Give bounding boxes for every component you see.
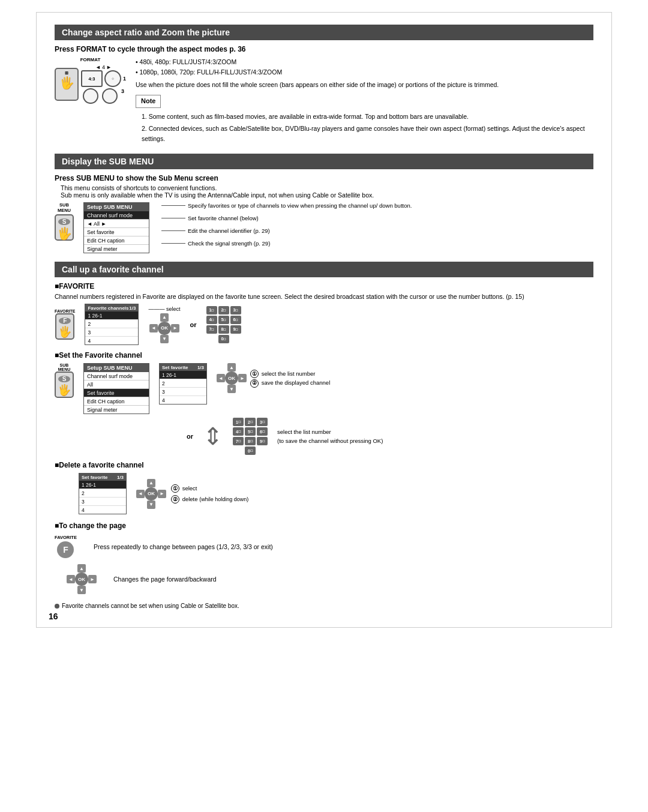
- sub-menu-desc2: Sub menu is only available when the TV i…: [61, 191, 593, 199]
- or-num-9: 9☐: [257, 437, 268, 445]
- change-page-f-badge: F: [57, 541, 74, 558]
- favorite-desc: Channel numbers registered in Favorite a…: [55, 293, 593, 300]
- aspect-bullet2: • 1080p, 1080i, 720p: FULL/H-FILL/JUST/4…: [136, 67, 593, 77]
- del-fav-list-box: Set favorite 1/3 1 26-1 2 3 4: [79, 473, 127, 514]
- set-favorite-subsection: ■Set the Favorite channel SUB MENU S 🖐 S…: [55, 351, 593, 455]
- sub-menu-item-4: Signal meter: [84, 245, 149, 253]
- del-step1: ① select: [171, 483, 248, 494]
- sub-menu-section: Display the SUB MENU Press SUB MENU to s…: [55, 154, 593, 253]
- set-fav-hand: 🖐: [58, 383, 71, 397]
- fav-item-2: 3: [85, 328, 138, 337]
- sub-remote-area: SUB MENU S 🖐: [55, 202, 74, 241]
- sub-menu-title: Setup SUB MENU: [84, 203, 149, 211]
- num-8: 8☐: [218, 325, 229, 334]
- footer-text: Favorite channels cannot be set when usi…: [62, 603, 239, 609]
- sub-desc-lines: Specify favorites or type of channels to…: [161, 202, 593, 247]
- fav-item-1: 2: [85, 320, 138, 328]
- desc-text-0: Specify favorites or type of channels to…: [188, 202, 412, 209]
- fav-ok-cross: ▲ ▼ ◄ ► OK: [149, 313, 179, 343]
- del-fav-item-1: 2: [79, 489, 126, 498]
- screens-row2: 3: [83, 88, 124, 104]
- screen-circle3: [102, 88, 118, 104]
- fav-remote-area: FAVORITE F 🖐: [55, 309, 75, 340]
- or-row1: 1☐ 2☐ 3☐: [233, 418, 268, 426]
- change-page-desc1: Press repeatedly to change between pages…: [94, 543, 593, 550]
- cp-ok-center: OK: [75, 573, 88, 586]
- del-fav-page: 1/3: [117, 475, 124, 480]
- num-6: 6☐: [230, 316, 241, 324]
- aspect-bullet1: • 480i, 480p: FULL/JUST/4:3/ZOOM: [136, 57, 593, 67]
- format-remote-icon: ⊞ 🖐: [55, 68, 79, 101]
- change-page-row1: FAVORITE F Press repeatedly to change be…: [55, 535, 593, 558]
- or-row3: 7☐ 8☐ 9☐: [233, 437, 268, 445]
- note-area: Note 1. Some content, such as film-based…: [136, 92, 593, 143]
- set-fav-menu-2: Set favorite: [84, 389, 149, 397]
- fav-channels-box: Favorite channels 1/3 1 26-1 2 3 4: [85, 304, 139, 345]
- sub-menu-item-2: Set favorite: [84, 228, 149, 236]
- sub-desc-3: Check the signal strength (p. 29): [161, 240, 593, 247]
- updown-icon: ⇕: [203, 424, 223, 448]
- num-5: 5☐: [218, 316, 229, 324]
- fav-or-label: or: [190, 321, 197, 328]
- set-fav-ok-right: ►: [238, 374, 247, 382]
- set-fav-or-row: or ⇕ 1☐ 2☐ 3☐ 4☐ 5☐ 6☐ 7: [187, 418, 593, 455]
- del-step2-note: (while holding down): [199, 496, 248, 502]
- format-arrow-row: ⊞ 🖐 ◄ 4 ► 4:3: [55, 64, 126, 104]
- set-fav-item-2: 3: [160, 388, 206, 396]
- set-fav-item-3: 4: [160, 396, 206, 404]
- screen-o1: ○: [112, 77, 114, 80]
- num-7: 7☐: [206, 325, 217, 334]
- or-select-text: select the list number (to save the chan…: [277, 427, 383, 445]
- desc-text-2: Edit the channel identifier (p. 29): [188, 227, 270, 234]
- set-fav-btn: S: [58, 376, 70, 382]
- or-save-channel: (to save the channel without pressing OK…: [277, 436, 383, 445]
- fav-ok-area: ——— select ▲ ▼ ◄ ► OK: [148, 306, 180, 343]
- delete-fav-label: ■Delete a favorite channel: [55, 461, 593, 469]
- or-num-0: 0☐: [245, 447, 256, 455]
- screens-row: 4:3 ○ 1: [81, 70, 126, 87]
- sub-remote-label: SUB MENU: [58, 202, 71, 213]
- set-fav-diagram: SUB MENU S 🖐 Setup SUB MENU Channel surf…: [55, 363, 593, 414]
- num-4: 4☐: [206, 316, 217, 324]
- fav-hand-icon: 🖐: [58, 325, 71, 338]
- del-fav-item-3: 4: [79, 506, 126, 514]
- del-fav-ok-row: ▲ ▼ ◄ ► OK ① select ② delete: [136, 479, 248, 509]
- footer-note: Favorite channels cannot be set when usi…: [55, 603, 593, 609]
- updown-area: ⇕: [203, 424, 223, 448]
- num-0: 0☐: [218, 335, 229, 343]
- fav-title: Favorite channels: [88, 305, 128, 311]
- del-fav-ok: ▲ ▼ ◄ ► OK: [136, 479, 166, 509]
- or-num-4: 4☐: [233, 427, 244, 436]
- del-ok-right: ►: [158, 490, 166, 498]
- aspect-subsection-title: Press FORMAT to cycle through the aspect…: [55, 45, 593, 53]
- set-fav-or: or: [187, 433, 193, 440]
- set-fav-menu-title: Setup SUB MENU: [84, 364, 149, 372]
- set-fav-ok-center: OK: [225, 371, 238, 385]
- favorite-section: Call up a favorite channel ■FAVORITE Cha…: [55, 262, 593, 594]
- sub-menu-item-0: Channel surf mode: [84, 211, 149, 220]
- num-1: 1☐: [206, 306, 217, 314]
- fav-page: 1/3: [129, 305, 136, 311]
- num-9: 9☐: [230, 325, 241, 334]
- del-fav-item-0: 1 26-1: [79, 481, 126, 489]
- step2-text: save the displayed channel: [262, 379, 331, 386]
- or-num-grid: 1☐ 2☐ 3☐ 4☐ 5☐ 6☐ 7☐ 8☐ 9☐: [233, 418, 268, 455]
- del-step2-text: delete: [182, 496, 198, 502]
- change-page-ok: ▲ ▼ ◄ ► OK: [67, 564, 97, 594]
- aspect-ratio-header: Change aspect ratio and Zoom the picture: [55, 25, 593, 40]
- step1-num: ①: [250, 370, 259, 378]
- set-fav-ok: ▲ ▼ ◄ ► OK: [217, 363, 247, 393]
- fav-num-row2: 4☐ 5☐ 6☐: [206, 316, 241, 324]
- arrow-right-edge: ►: [106, 64, 112, 70]
- aspect-ratio-section: Change aspect ratio and Zoom the picture…: [55, 25, 593, 145]
- use-when-text: Use when the picture does not fill the w…: [136, 80, 593, 90]
- format-arrow: ◄ 4 ►: [95, 64, 112, 70]
- favorite-header: Call up a favorite channel: [55, 262, 593, 277]
- set-fav-title-text: Set favorite: [162, 365, 188, 370]
- sub-menu-subsection: Press SUB MENU to show the Sub Menu scre…: [55, 174, 593, 182]
- step2-num: ②: [250, 379, 259, 388]
- desc-line-0: [161, 205, 185, 206]
- ok-up: ▲: [160, 313, 169, 322]
- del-step2-num: ②: [171, 495, 179, 504]
- fav-remote-icon: F 🖐: [55, 313, 74, 340]
